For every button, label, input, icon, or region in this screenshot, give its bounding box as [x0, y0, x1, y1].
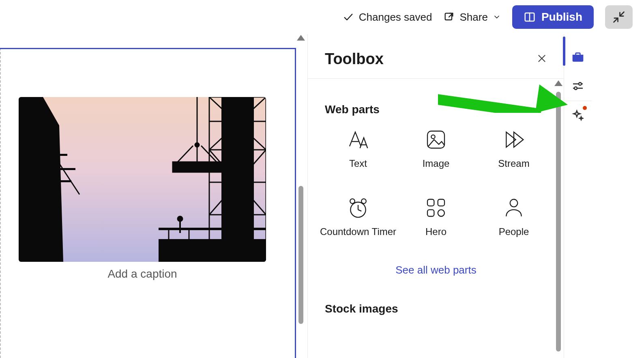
editor-area: Add a caption [0, 34, 307, 358]
webpart-people[interactable]: People [475, 196, 553, 260]
person-icon [502, 196, 525, 219]
share-label: Share [459, 11, 487, 24]
construction-image [19, 97, 266, 262]
status-text: Changes saved [359, 11, 432, 24]
clock-icon [347, 196, 369, 219]
section-webparts-title: Web parts [308, 80, 564, 120]
svg-point-52 [510, 199, 518, 207]
toolbox-title: Toolbox [325, 50, 384, 68]
webpart-hero[interactable]: Hero [397, 196, 475, 260]
rail-toolbox-button[interactable] [564, 42, 592, 71]
text-icon [347, 128, 369, 151]
svg-point-32 [195, 143, 199, 147]
command-bar: Changes saved Share Publish [0, 0, 644, 34]
collapse-button[interactable] [605, 5, 633, 29]
toolbox-icon [571, 50, 584, 63]
webpart-text-label: Text [349, 157, 367, 170]
properties-rail [564, 34, 592, 358]
tiles-icon [425, 196, 447, 219]
toolbox-panel: Toolbox Web parts Text Image [307, 34, 564, 358]
webpart-stream[interactable]: Stream [475, 127, 553, 192]
svg-line-3 [620, 12, 624, 16]
image-icon [425, 128, 447, 151]
notification-badge [583, 106, 587, 110]
share-icon [443, 11, 455, 23]
webpart-stream-label: Stream [498, 157, 529, 170]
svg-point-26 [178, 216, 182, 221]
svg-marker-29 [173, 162, 221, 172]
share-button[interactable]: Share [443, 11, 500, 24]
see-all-webparts-link[interactable]: See all web parts [308, 260, 564, 289]
svg-rect-22 [159, 239, 266, 262]
svg-line-47 [363, 203, 363, 204]
close-icon [537, 53, 547, 64]
rail-settings-button[interactable] [564, 71, 592, 101]
status-saved: Changes saved [343, 11, 432, 24]
webpart-text[interactable]: Text [319, 127, 397, 192]
svg-point-56 [574, 87, 577, 90]
svg-rect-51 [438, 210, 444, 216]
publish-label: Publish [541, 11, 582, 24]
section-stockimages-title: Stock images [308, 289, 564, 319]
image-webpart[interactable] [19, 97, 266, 262]
svg-line-43 [358, 210, 361, 211]
webparts-grid: Text Image Stream Countdown Timer [308, 120, 564, 260]
webpart-image[interactable]: Image [397, 127, 475, 192]
svg-rect-50 [427, 210, 434, 216]
svg-line-46 [353, 203, 354, 204]
toolbox-scrollbar[interactable] [554, 80, 562, 358]
svg-point-38 [431, 135, 435, 138]
publish-button[interactable]: Publish [512, 5, 594, 29]
svg-rect-8 [43, 168, 75, 170]
svg-rect-0 [445, 13, 452, 20]
editor-scrollbar[interactable] [297, 34, 305, 358]
webpart-hero-label: Hero [425, 226, 447, 238]
collapse-icon [613, 11, 625, 23]
svg-marker-6 [19, 97, 63, 262]
webpart-people-label: People [499, 226, 529, 238]
svg-rect-49 [438, 199, 444, 206]
toolbox-close-button[interactable] [537, 53, 547, 65]
image-caption-input[interactable]: Add a caption [19, 267, 266, 280]
svg-rect-9 [43, 180, 71, 182]
webpart-countdown[interactable]: Countdown Timer [319, 196, 397, 260]
checkmark-icon [343, 11, 354, 23]
book-icon [524, 11, 536, 23]
webpart-image-label: Image [423, 157, 450, 170]
svg-rect-48 [427, 199, 434, 206]
svg-rect-23 [159, 228, 266, 230]
stream-icon [502, 128, 525, 151]
webpart-countdown-label: Countdown Timer [320, 226, 396, 238]
svg-rect-37 [427, 131, 444, 148]
chevron-down-icon[interactable] [493, 13, 501, 21]
svg-point-54 [579, 82, 582, 85]
rail-suggest-button[interactable] [564, 101, 592, 130]
sparkle-icon [571, 109, 584, 122]
sliders-icon [571, 80, 584, 93]
svg-line-4 [614, 18, 618, 22]
